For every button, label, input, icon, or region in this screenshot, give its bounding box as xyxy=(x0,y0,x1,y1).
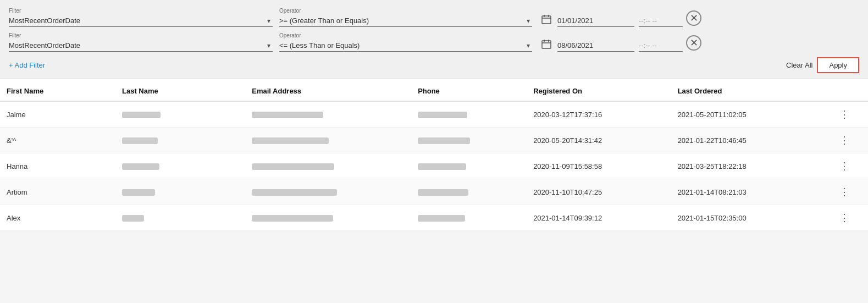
cell-phone xyxy=(411,153,527,179)
clear-all-button[interactable]: Clear All xyxy=(786,61,812,69)
filter-label-2: Filter xyxy=(9,32,273,38)
blurred-phone xyxy=(418,189,468,196)
cell-last-name xyxy=(115,205,245,231)
table-row: Artiom2020-11-10T10:47:252021-01-14T08:2… xyxy=(0,179,868,205)
data-table-container: First Name Last Name Email Address Phone… xyxy=(0,79,868,231)
blurred-last-name xyxy=(122,189,155,196)
blurred-phone xyxy=(418,215,465,222)
blurred-phone xyxy=(418,137,470,144)
cell-registered-on: 2020-11-09T15:58:58 xyxy=(527,153,671,179)
cell-last-name xyxy=(115,101,245,128)
operator-field-2: Operator <= (Less Than or Equals) xyxy=(279,32,532,52)
time-input-1[interactable] xyxy=(639,15,683,27)
date-group-2: ✕ xyxy=(539,35,859,52)
cell-last-name xyxy=(115,153,245,179)
col-header-last-ordered: Last Ordered xyxy=(671,79,830,101)
filter-field-2: Filter MostRecentOrderDate xyxy=(9,32,273,52)
filter-select-1[interactable]: MostRecentOrderDate xyxy=(9,15,273,27)
apply-button[interactable]: Apply xyxy=(817,57,859,73)
col-header-email: Email Address xyxy=(245,79,411,101)
cell-first-name: Artiom xyxy=(0,179,115,205)
blurred-email xyxy=(252,189,337,196)
cell-last-name xyxy=(115,179,245,205)
cell-action: ⋮ xyxy=(830,179,868,205)
blurred-last-name xyxy=(122,163,159,170)
blurred-last-name xyxy=(122,137,158,144)
row-menu-button[interactable]: ⋮ xyxy=(836,159,852,173)
action-buttons: Clear All Apply xyxy=(786,57,859,73)
cell-last-name xyxy=(115,128,245,153)
operator-select-1[interactable]: >= (Greater Than or Equals) xyxy=(279,15,532,27)
operator-select-2[interactable]: <= (Less Than or Equals) xyxy=(279,40,532,52)
filter-select-2[interactable]: MostRecentOrderDate xyxy=(9,40,273,52)
cell-action: ⋮ xyxy=(830,128,868,153)
date-group-1: ✕ xyxy=(539,10,859,27)
row-menu-button[interactable]: ⋮ xyxy=(836,107,852,122)
cell-action: ⋮ xyxy=(830,101,868,128)
cell-last-ordered: 2021-03-25T18:22:18 xyxy=(671,153,830,179)
filter-select-wrapper-1[interactable]: MostRecentOrderDate xyxy=(9,15,273,27)
remove-filter-1-button[interactable]: ✕ xyxy=(686,10,701,26)
col-header-registered-on: Registered On xyxy=(527,79,671,101)
row-menu-button[interactable]: ⋮ xyxy=(836,133,852,147)
filter-panel: Filter MostRecentOrderDate Operator >= (… xyxy=(0,0,868,79)
cell-phone xyxy=(411,128,527,153)
cell-first-name: Jaime xyxy=(0,101,115,128)
operator-label-1: Operator xyxy=(279,8,532,14)
date-inputs-2 xyxy=(557,40,683,52)
filter-actions: + Add Filter Clear All Apply xyxy=(9,57,859,73)
cell-first-name: &'^ xyxy=(0,128,115,153)
cell-registered-on: 2020-03-12T17:37:16 xyxy=(527,101,671,128)
blurred-email xyxy=(252,215,333,222)
operator-label-2: Operator xyxy=(279,32,532,38)
cell-last-ordered: 2021-05-20T11:02:05 xyxy=(671,101,830,128)
table-header-row: First Name Last Name Email Address Phone… xyxy=(0,79,868,101)
table-row: Alex2021-01-14T09:39:122021-01-15T02:35:… xyxy=(0,205,868,231)
col-header-phone: Phone xyxy=(411,79,527,101)
cell-phone xyxy=(411,205,527,231)
cell-last-ordered: 2021-01-15T02:35:00 xyxy=(671,205,830,231)
table-row: Hanna2020-11-09T15:58:582021-03-25T18:22… xyxy=(0,153,868,179)
filter-label-1: Filter xyxy=(9,8,273,14)
cell-email xyxy=(245,128,411,153)
col-header-first-name: First Name xyxy=(0,79,115,101)
filter-select-wrapper-2[interactable]: MostRecentOrderDate xyxy=(9,40,273,52)
data-table: First Name Last Name Email Address Phone… xyxy=(0,79,868,231)
remove-filter-2-button[interactable]: ✕ xyxy=(686,35,701,51)
blurred-phone xyxy=(418,112,467,118)
calendar-icon-2[interactable] xyxy=(539,37,554,51)
row-menu-button[interactable]: ⋮ xyxy=(836,211,852,225)
filter-row-2: Filter MostRecentOrderDate Operator <= (… xyxy=(9,32,859,52)
filter-row-1: Filter MostRecentOrderDate Operator >= (… xyxy=(9,8,859,27)
cell-email xyxy=(245,101,411,128)
add-filter-button[interactable]: + Add Filter xyxy=(9,61,45,69)
date-input-1[interactable] xyxy=(557,15,634,27)
cell-registered-on: 2020-05-20T14:31:42 xyxy=(527,128,671,153)
cell-last-ordered: 2021-01-22T10:46:45 xyxy=(671,128,830,153)
cell-phone xyxy=(411,179,527,205)
table-row: &'^2020-05-20T14:31:422021-01-22T10:46:4… xyxy=(0,128,868,153)
blurred-email xyxy=(252,112,323,118)
col-header-last-name: Last Name xyxy=(115,79,245,101)
cell-email xyxy=(245,179,411,205)
cell-email xyxy=(245,153,411,179)
cell-email xyxy=(245,205,411,231)
cell-action: ⋮ xyxy=(830,205,868,231)
time-input-2[interactable] xyxy=(639,40,683,52)
col-header-action xyxy=(830,79,868,101)
svg-rect-4 xyxy=(542,41,551,48)
date-inputs-1 xyxy=(557,15,683,27)
blurred-last-name xyxy=(122,215,144,222)
row-menu-button[interactable]: ⋮ xyxy=(836,185,852,199)
blurred-last-name xyxy=(122,112,161,118)
table-body: Jaime2020-03-12T17:37:162021-05-20T11:02… xyxy=(0,101,868,231)
operator-select-wrapper-1[interactable]: >= (Greater Than or Equals) xyxy=(279,15,532,27)
svg-rect-0 xyxy=(542,16,551,24)
cell-first-name: Hanna xyxy=(0,153,115,179)
date-input-2[interactable] xyxy=(557,40,634,52)
filter-field-1: Filter MostRecentOrderDate xyxy=(9,8,273,27)
calendar-icon-1[interactable] xyxy=(539,13,554,26)
cell-registered-on: 2021-01-14T09:39:12 xyxy=(527,205,671,231)
operator-select-wrapper-2[interactable]: <= (Less Than or Equals) xyxy=(279,40,532,52)
operator-field-1: Operator >= (Greater Than or Equals) xyxy=(279,8,532,27)
